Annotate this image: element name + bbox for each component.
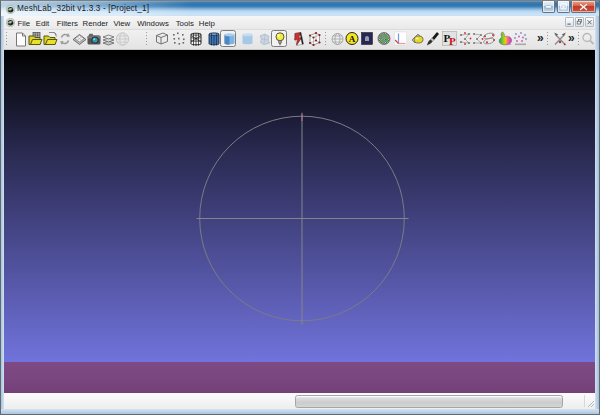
svg-text:P: P [449,35,456,47]
svg-text:A: A [349,34,356,44]
